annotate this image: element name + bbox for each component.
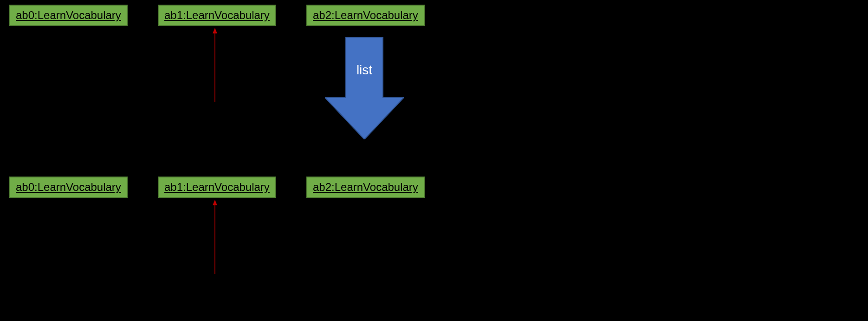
node-top-0: ab0:LearnVocabulary: [9, 5, 128, 26]
node-bottom-2: ab2:LearnVocabulary: [306, 177, 425, 198]
svg-marker-4: [213, 200, 217, 205]
list-arrow-icon: list: [325, 37, 404, 139]
red-arrow-top-icon: [212, 28, 218, 102]
node-bottom-0: ab0:LearnVocabulary: [9, 177, 128, 198]
svg-marker-0: [325, 37, 404, 139]
node-top-1: ab1:LearnVocabulary: [158, 5, 276, 26]
list-arrow-label: list: [325, 63, 404, 78]
node-top-2: ab2:LearnVocabulary: [306, 5, 425, 26]
svg-marker-2: [213, 28, 217, 33]
node-bottom-1: ab1:LearnVocabulary: [158, 177, 276, 198]
red-arrow-bottom-icon: [212, 200, 218, 274]
